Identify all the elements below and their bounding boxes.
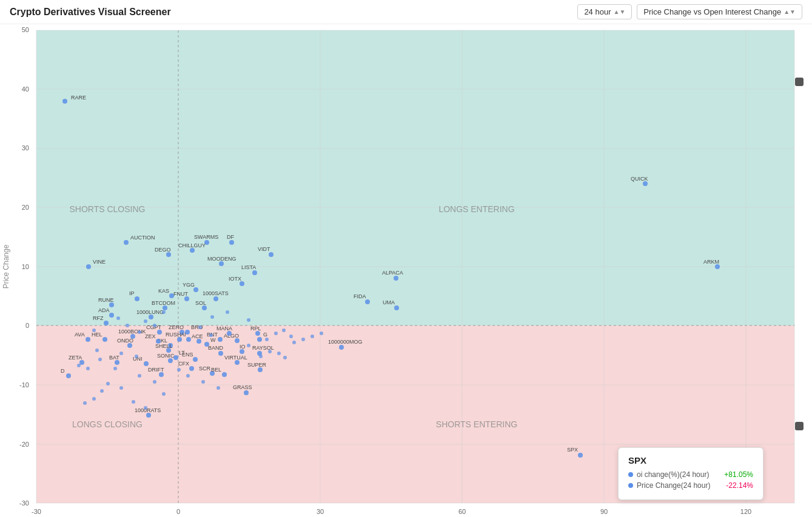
svg-point-191 bbox=[209, 333, 213, 337]
svg-text:ZEX: ZEX bbox=[145, 333, 156, 339]
svg-point-174 bbox=[153, 324, 156, 327]
svg-text:30: 30 bbox=[22, 144, 29, 152]
svg-point-123 bbox=[102, 337, 107, 342]
svg-point-181 bbox=[247, 318, 250, 322]
svg-text:Price Change: Price Change bbox=[2, 244, 10, 289]
svg-text:ZETA: ZETA bbox=[69, 355, 82, 361]
header: Crypto Derivatives Visual Screener 24 ho… bbox=[0, 0, 812, 24]
svg-point-203 bbox=[162, 392, 166, 396]
svg-text:ACE: ACE bbox=[192, 333, 203, 339]
svg-text:VIDT: VIDT bbox=[258, 246, 270, 252]
svg-point-141 bbox=[168, 358, 173, 363]
svg-point-41 bbox=[62, 99, 67, 104]
svg-point-187 bbox=[77, 364, 81, 367]
svg-point-179 bbox=[210, 315, 214, 319]
svg-text:SUPER: SUPER bbox=[247, 362, 267, 368]
tooltip-label-text-price: Price Change(24 hour) bbox=[637, 481, 710, 490]
svg-point-183 bbox=[92, 329, 96, 332]
svg-text:LT: LT bbox=[179, 350, 185, 356]
tooltip-label-oi: oi change(%)(24 hour) bbox=[628, 470, 709, 479]
svg-text:KAS: KAS bbox=[158, 288, 169, 294]
svg-text:RARE: RARE bbox=[71, 95, 86, 101]
svg-point-204 bbox=[119, 386, 123, 390]
svg-point-218 bbox=[320, 332, 323, 335]
controls: 24 hour ▲▼ Price Change vs Open Interest… bbox=[577, 4, 802, 19]
svg-point-184 bbox=[95, 349, 99, 352]
timeframe-dropdown[interactable]: 24 hour ▲▼ bbox=[577, 4, 632, 19]
svg-point-161 bbox=[79, 360, 84, 365]
svg-point-167 bbox=[146, 413, 151, 418]
svg-point-117 bbox=[255, 331, 260, 336]
svg-point-137 bbox=[218, 351, 223, 356]
svg-text:40: 40 bbox=[22, 85, 29, 93]
svg-point-45 bbox=[715, 264, 720, 269]
svg-point-211 bbox=[259, 355, 263, 358]
svg-text:60: 60 bbox=[458, 508, 466, 515]
svg-point-65 bbox=[269, 252, 273, 257]
scrollbar-up-indicator[interactable] bbox=[795, 78, 804, 86]
svg-point-163 bbox=[66, 373, 71, 378]
svg-text:120: 120 bbox=[740, 508, 751, 515]
svg-text:10: 10 bbox=[22, 263, 29, 270]
svg-point-153 bbox=[222, 372, 227, 377]
svg-text:SPX: SPX bbox=[567, 447, 578, 453]
svg-point-212 bbox=[268, 350, 272, 353]
svg-point-103 bbox=[177, 337, 182, 342]
svg-point-69 bbox=[252, 270, 257, 275]
svg-text:LISTA: LISTA bbox=[241, 264, 256, 270]
svg-point-147 bbox=[258, 367, 263, 372]
svg-point-209 bbox=[132, 400, 135, 404]
svg-point-109 bbox=[218, 337, 223, 342]
svg-text:20: 20 bbox=[22, 204, 29, 211]
svg-rect-1 bbox=[178, 30, 794, 325]
svg-point-125 bbox=[127, 343, 132, 348]
svg-text:BEL: BEL bbox=[211, 367, 221, 373]
page-title: Crypto Derivatives Visual Screener bbox=[10, 7, 171, 18]
svg-point-216 bbox=[301, 338, 305, 341]
svg-point-217 bbox=[310, 335, 314, 338]
svg-point-213 bbox=[277, 352, 281, 355]
svg-point-205 bbox=[106, 382, 110, 385]
svg-text:ONDO: ONDO bbox=[117, 338, 133, 344]
svg-point-81 bbox=[135, 296, 139, 301]
svg-text:FIDA: FIDA bbox=[354, 293, 366, 299]
svg-text:DF: DF bbox=[227, 234, 234, 240]
svg-text:BAT: BAT bbox=[109, 355, 119, 361]
timeframe-label: 24 hour bbox=[584, 7, 611, 16]
svg-point-61 bbox=[190, 248, 195, 253]
svg-text:1000LUNG: 1000LUNG bbox=[136, 309, 164, 315]
svg-point-87 bbox=[104, 321, 109, 325]
svg-text:0: 0 bbox=[176, 508, 180, 515]
chart-type-dropdown[interactable]: Price Change vs Open Interest Change ▲▼ bbox=[637, 4, 802, 19]
svg-point-175 bbox=[138, 330, 141, 334]
svg-point-63 bbox=[229, 240, 234, 245]
svg-point-199 bbox=[201, 380, 205, 384]
svg-text:RUNE: RUNE bbox=[98, 297, 114, 303]
svg-point-75 bbox=[184, 296, 189, 301]
svg-point-196 bbox=[289, 335, 293, 338]
svg-text:W: W bbox=[210, 337, 216, 343]
svg-point-194 bbox=[274, 332, 278, 335]
svg-text:30: 30 bbox=[317, 508, 324, 515]
svg-text:RUSH: RUSH bbox=[166, 332, 181, 338]
svg-point-200 bbox=[216, 386, 220, 390]
scrollbar-down-indicator[interactable] bbox=[795, 422, 804, 430]
svg-point-202 bbox=[138, 374, 141, 378]
svg-text:IOTX: IOTX bbox=[229, 276, 241, 282]
chevron-down-icon: ▲▼ bbox=[783, 8, 796, 15]
svg-point-195 bbox=[282, 329, 286, 332]
svg-point-176 bbox=[162, 310, 166, 314]
data-tooltip: SPX oi change(%)(24 hour) +81.05% Price … bbox=[618, 447, 763, 500]
svg-point-93 bbox=[149, 315, 153, 319]
svg-text:QUICK: QUICK bbox=[631, 176, 648, 182]
svg-text:SCR: SCR bbox=[199, 365, 211, 372]
svg-text:RPL: RPL bbox=[250, 325, 261, 332]
svg-point-178 bbox=[126, 324, 129, 327]
tooltip-label-price: Price Change(24 hour) bbox=[628, 481, 710, 490]
svg-point-67 bbox=[219, 261, 224, 266]
tooltip-title: SPX bbox=[628, 455, 753, 465]
svg-point-214 bbox=[283, 356, 287, 359]
svg-point-47 bbox=[394, 276, 398, 281]
svg-point-139 bbox=[193, 357, 198, 362]
svg-text:SHELL: SHELL bbox=[155, 343, 173, 349]
